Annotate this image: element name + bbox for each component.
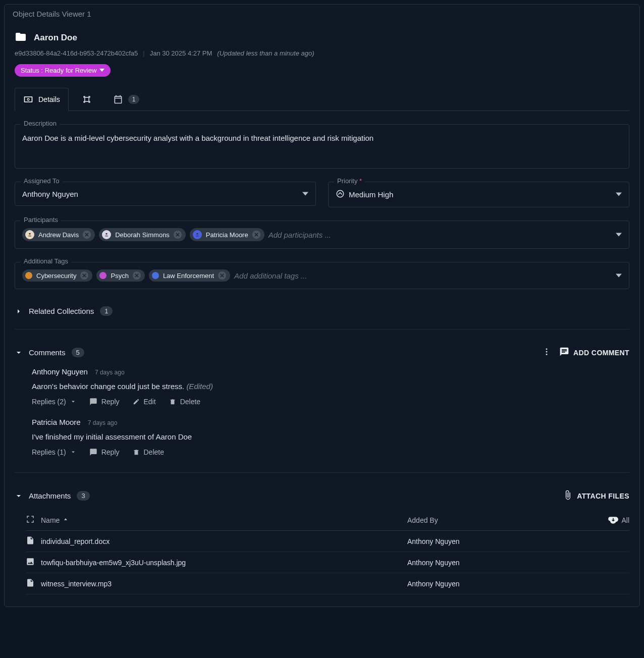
attachments-title: Attachments [29,491,71,500]
related-collections-title: Related Collections [29,307,94,315]
remove-chip-icon[interactable] [174,231,182,239]
comment-body: I've finished my initial assessment of A… [32,432,629,441]
attach-files-label: ATTACH FILES [577,492,629,500]
remove-chip-icon[interactable] [252,231,260,239]
edited-marker: (Edited) [186,382,213,391]
remove-chip-icon[interactable] [83,231,91,239]
status-dropdown[interactable]: Status : Ready for Review [15,64,111,77]
assigned-to-select[interactable]: Anthony Nguyen [15,182,316,206]
object-details-panel: Object Details Viewer 1 Aaron Doe e9d338… [4,4,640,607]
col-added-by[interactable]: Added By [407,516,589,524]
svg-point-2 [106,233,108,235]
status-label: Status : Ready for Review [21,67,96,74]
file-type-icon [26,557,41,568]
description-label: Description [21,120,60,127]
remove-chip-icon[interactable] [80,271,88,280]
comment-author: Patricia Moore [32,418,81,426]
meta-separator: | [143,49,144,57]
col-name-sort[interactable]: Name [41,516,407,524]
file-type-icon [26,578,41,589]
calendar-icon [113,94,123,104]
tab-calendar-count: 1 [128,95,140,104]
attachment-row[interactable]: individual_report.docxAnthony Nguyen [26,531,629,552]
avatar-icon [193,230,202,239]
participants-placeholder: Add participants ... [269,231,331,239]
comment-item: Patricia Moore7 days agoI've finished my… [15,409,629,459]
caret-down-icon [616,231,622,239]
participant-name: Patricia Moore [206,231,248,239]
file-name: towfiqu-barbhuiya-em5w9_xj3uU-unsplash.j… [41,559,407,567]
participants-field[interactable]: Andrew DavisDeborah SimmonsPatricia Moor… [15,221,629,249]
reply-button[interactable]: Reply [89,398,120,406]
comment-time: 7 days ago [95,369,125,376]
avatar-icon [102,230,111,239]
attachment-row[interactable]: towfiqu-barbhuiya-em5w9_xj3uU-unsplash.j… [26,552,629,573]
paperclip-icon [563,490,573,502]
add-comment-label: ADD COMMENT [573,349,629,357]
reply-button[interactable]: Reply [89,448,120,456]
attachments-count: 3 [77,491,89,501]
svg-point-6 [546,354,548,355]
crop-icon[interactable] [26,515,41,525]
tab-details[interactable]: Details [15,88,69,111]
caret-down-icon [99,67,104,74]
participant-name: Andrew Davis [38,231,79,239]
svg-point-5 [546,351,548,353]
description-field[interactable]: Aaron Doe is a mid-level cybersecurity a… [15,124,629,169]
svg-point-3 [196,233,198,235]
delete-button[interactable]: Delete [169,398,200,406]
tab-calendar[interactable]: 1 [105,88,148,111]
priority-select[interactable]: Medium High [328,182,629,207]
tab-details-label: Details [38,95,60,103]
tag-name: Psych [111,272,128,280]
remove-chip-icon[interactable] [133,271,141,280]
comment-item: Anthony Nguyen7 days agoAaron's behavior… [15,358,629,409]
attachments-header-row: Name Added By All [26,510,629,531]
tag-color-icon [99,272,106,279]
chevron-down-icon[interactable] [15,492,23,500]
comment-body: Aaron's behavior change could just be st… [32,382,629,391]
tag-color-icon [25,272,32,279]
svg-point-0 [337,190,344,197]
tags-label: Additional Tags [21,257,71,265]
more-icon[interactable] [542,347,551,358]
tags-field[interactable]: CybersecurityPsychLaw EnforcementAdd add… [15,262,629,289]
attach-files-button[interactable]: ATTACH FILES [563,490,629,502]
comment-time: 7 days ago [88,419,118,426]
related-collections-count: 1 [100,306,113,316]
comment-icon [559,347,569,358]
comments-title: Comments [29,348,66,357]
edit-button[interactable]: Edit [133,398,156,406]
folder-icon [15,31,27,44]
replies-toggle[interactable]: Replies (1) [32,448,76,456]
tab-graph[interactable] [74,88,100,111]
assigned-to-value: Anthony Nguyen [22,190,78,198]
tag-name: Cybersecurity [36,272,76,280]
avatar-icon [25,230,34,239]
chevron-right-icon[interactable] [15,307,23,315]
delete-button[interactable]: Delete [133,448,164,456]
download-all-button[interactable]: All [589,515,629,525]
file-added-by: Anthony Nguyen [407,537,589,545]
description-value: Aaron Doe is a mid-level cybersecurity a… [22,134,373,142]
participants-label: Participants [21,216,61,224]
file-name: individual_report.docx [41,537,407,545]
chevron-down-icon[interactable] [15,349,23,357]
caret-down-icon [302,190,308,198]
tag-chip: Psych [96,269,144,282]
add-comment-button[interactable]: ADD COMMENT [559,347,629,358]
svg-point-1 [29,233,30,235]
replies-toggle[interactable]: Replies (2) [32,398,76,406]
tags-placeholder: Add additional tags ... [234,271,307,280]
file-added-by: Anthony Nguyen [407,580,589,588]
caret-down-icon [616,190,622,199]
tag-chip: Cybersecurity [22,269,92,282]
tab-bar: Details 1 [15,88,629,111]
panel-title: Object Details Viewer 1 [5,5,639,24]
remove-chip-icon[interactable] [218,271,226,280]
priority-label: Priority * [334,177,365,185]
participant-name: Deborah Simmons [115,231,170,239]
attachment-row[interactable]: witness_interview.mp3Anthony Nguyen [26,573,629,594]
file-name: witness_interview.mp3 [41,580,407,588]
object-title: Aaron Doe [34,33,77,43]
